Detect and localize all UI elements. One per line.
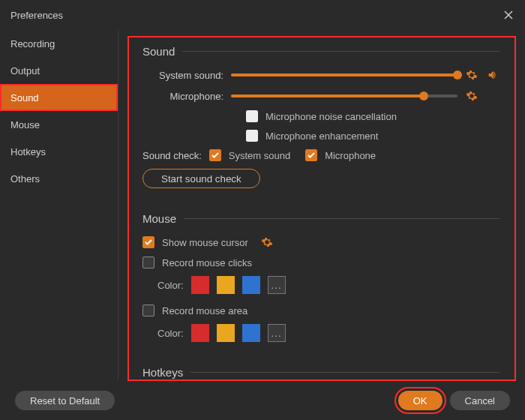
- record-area-label: Record mouse area: [162, 305, 248, 316]
- check-mic-label: Microphone: [325, 150, 376, 161]
- window-title: Preferences: [10, 10, 63, 21]
- show-cursor-row: Show mouse cursor: [142, 236, 500, 249]
- sound-check-label: Sound check:: [142, 150, 202, 161]
- sidebar-item-label: Hotkeys: [10, 146, 46, 158]
- record-area-checkbox[interactable]: [142, 304, 154, 316]
- show-cursor-checkbox[interactable]: [142, 236, 154, 248]
- noise-cancel-label: Microphone noise cancellation: [266, 111, 397, 122]
- color-label: Color:: [158, 328, 184, 339]
- gear-icon[interactable]: [465, 89, 478, 103]
- window-body: Recording Output Sound Mouse Hotkeys Oth…: [0, 30, 525, 381]
- sidebar-item-sound[interactable]: Sound: [0, 84, 118, 111]
- start-sound-check-button[interactable]: Start sound check: [142, 169, 260, 188]
- titlebar: Preferences: [0, 0, 525, 30]
- footer: Reset to Default OK Cancel: [0, 381, 525, 420]
- sidebar-item-label: Output: [10, 65, 40, 76]
- sidebar-item-mouse[interactable]: Mouse: [0, 111, 118, 138]
- sidebar-item-output[interactable]: Output: [0, 57, 118, 84]
- clicks-color-row: Color: ...: [158, 276, 500, 294]
- speaker-icon[interactable]: [486, 68, 500, 82]
- gear-icon[interactable]: [465, 68, 478, 82]
- section-heading: Hotkeys: [142, 366, 190, 379]
- enhancement-label: Microphone enhancement: [266, 130, 378, 142]
- system-sound-label: System sound:: [142, 70, 224, 81]
- sidebar-item-others[interactable]: Others: [0, 165, 118, 192]
- system-sound-slider[interactable]: [231, 69, 458, 81]
- record-clicks-label: Record mouse clicks: [162, 257, 252, 268]
- enhancement-checkbox[interactable]: [246, 130, 258, 142]
- sidebar: Recording Output Sound Mouse Hotkeys Oth…: [0, 30, 118, 381]
- cancel-button[interactable]: Cancel: [450, 391, 510, 410]
- color-swatch-red[interactable]: [191, 276, 209, 294]
- reset-default-button[interactable]: Reset to Default: [15, 391, 115, 410]
- record-clicks-checkbox[interactable]: [142, 256, 154, 268]
- section-hotkeys: Hotkeys: [142, 366, 500, 381]
- microphone-label: Microphone:: [142, 91, 224, 102]
- record-clicks-row: Record mouse clicks: [142, 256, 500, 268]
- content: Sound System sound:: [128, 36, 516, 381]
- noise-cancel-checkbox[interactable]: [246, 110, 258, 122]
- noise-cancel-row: Microphone noise cancellation: [246, 110, 500, 122]
- show-cursor-label: Show mouse cursor: [162, 237, 248, 248]
- section-heading: Mouse: [142, 212, 184, 225]
- check-system-label: System sound: [229, 150, 290, 161]
- section-sound: Sound System sound:: [142, 45, 500, 202]
- ok-button[interactable]: OK: [398, 391, 442, 410]
- check-system-checkbox[interactable]: [209, 149, 221, 161]
- microphone-slider[interactable]: [231, 90, 458, 102]
- start-check-row: Start sound check: [142, 169, 500, 188]
- gear-icon[interactable]: [260, 236, 274, 249]
- more-colors-button[interactable]: ...: [268, 324, 286, 342]
- preferences-window: Preferences Recording Output Sound Mouse…: [0, 0, 525, 420]
- more-colors-button[interactable]: ...: [268, 276, 286, 294]
- sidebar-item-label: Sound: [10, 92, 39, 104]
- sound-check-row: Sound check: System sound Microphone: [142, 149, 500, 161]
- sidebar-item-label: Mouse: [10, 119, 40, 130]
- color-label: Color:: [158, 280, 184, 291]
- enhancement-row: Microphone enhancement: [246, 130, 500, 142]
- sidebar-item-hotkeys[interactable]: Hotkeys: [0, 138, 118, 165]
- record-area-row: Record mouse area: [142, 304, 500, 316]
- section-mouse: Mouse Show mouse cursor Record mouse cli…: [142, 212, 500, 356]
- color-swatch-red[interactable]: [191, 324, 209, 342]
- check-mic-checkbox[interactable]: [305, 149, 317, 161]
- color-swatch-blue[interactable]: [242, 324, 260, 342]
- sidebar-item-label: Recording: [10, 38, 55, 50]
- area-color-row: Color: ...: [158, 324, 500, 342]
- section-heading: Sound: [142, 45, 182, 58]
- content-wrap: Sound System sound:: [118, 30, 525, 381]
- sidebar-item-label: Others: [10, 173, 40, 184]
- system-sound-row: System sound:: [142, 68, 500, 82]
- color-swatch-yellow[interactable]: [217, 324, 235, 342]
- microphone-row: Microphone:: [142, 89, 500, 103]
- color-swatch-blue[interactable]: [242, 276, 260, 294]
- color-swatch-yellow[interactable]: [217, 276, 235, 294]
- close-icon[interactable]: [502, 9, 514, 21]
- sidebar-item-recording[interactable]: Recording: [0, 30, 118, 57]
